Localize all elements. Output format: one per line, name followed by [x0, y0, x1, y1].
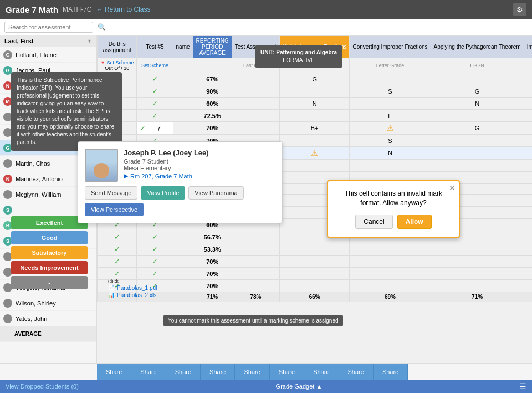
return-to-class-link[interactable]: ← Return to Class: [96, 6, 150, 13]
cell[interactable]: N: [350, 147, 431, 160]
cell[interactable]: [524, 98, 532, 110]
cell[interactable]: [431, 160, 524, 172]
student-row[interactable]: G Holland, Elaine: [0, 47, 96, 63]
view-panorama-button[interactable]: View Panorama: [188, 186, 243, 200]
cell[interactable]: [431, 256, 524, 268]
allow-button[interactable]: Allow: [397, 215, 432, 229]
cell[interactable]: [524, 243, 532, 256]
cell[interactable]: [232, 231, 279, 243]
grade-gadget-title[interactable]: Grade Gadget ▲: [276, 383, 323, 390]
cell-score-input[interactable]: [137, 122, 173, 135]
view-profile-button[interactable]: View Profile: [141, 186, 185, 200]
cell[interactable]: [137, 231, 173, 243]
cell[interactable]: [279, 135, 350, 147]
cell[interactable]: [173, 243, 193, 256]
cell[interactable]: [350, 98, 431, 110]
cell[interactable]: E: [350, 110, 431, 122]
cell[interactable]: [173, 122, 193, 135]
cell[interactable]: [350, 73, 431, 85]
cell[interactable]: [279, 160, 350, 172]
cell[interactable]: B+: [279, 122, 350, 135]
cell[interactable]: [232, 110, 279, 122]
cell[interactable]: [137, 243, 173, 256]
cell[interactable]: [524, 207, 532, 219]
cell[interactable]: [232, 73, 279, 85]
cell[interactable]: [173, 268, 193, 280]
cell[interactable]: [173, 110, 193, 122]
student-row[interactable]: Wilson, Shirley: [0, 295, 96, 311]
gear-button[interactable]: ⚙: [513, 3, 526, 16]
cell[interactable]: [350, 243, 431, 256]
cell[interactable]: [279, 256, 350, 268]
cell[interactable]: [98, 243, 137, 256]
cell[interactable]: [431, 280, 524, 292]
cell[interactable]: [524, 147, 532, 160]
cell[interactable]: [173, 98, 193, 110]
cell[interactable]: [524, 160, 532, 172]
cell[interactable]: [350, 268, 431, 280]
cell[interactable]: [524, 268, 532, 280]
cell[interactable]: [431, 135, 524, 147]
cell-warn2[interactable]: ⚠: [279, 147, 350, 160]
cell[interactable]: [137, 85, 173, 98]
cell[interactable]: [431, 73, 524, 85]
cell[interactable]: [98, 256, 137, 268]
cell[interactable]: [431, 110, 524, 122]
cell[interactable]: G: [279, 73, 350, 85]
cell[interactable]: [232, 268, 279, 280]
cell[interactable]: [173, 73, 193, 85]
cell[interactable]: [524, 231, 532, 243]
cell[interactable]: [279, 85, 350, 98]
cell[interactable]: [232, 122, 279, 135]
share-button-1[interactable]: Share: [97, 364, 131, 380]
cell[interactable]: [173, 256, 193, 268]
cancel-button[interactable]: Cancel: [355, 215, 392, 229]
set-scheme-link[interactable]: Set Scheme: [106, 60, 134, 65]
cell[interactable]: S: [350, 85, 431, 98]
cell[interactable]: [524, 85, 532, 98]
spi-dash-button[interactable]: -: [11, 276, 88, 289]
cell[interactable]: [350, 280, 431, 292]
spi-good-button[interactable]: Good: [11, 231, 88, 244]
attachment-parabolas1[interactable]: 📄 Parabolas_1.pdf: [108, 285, 157, 291]
cell[interactable]: S: [350, 135, 431, 147]
cell-warn[interactable]: ⚠: [350, 122, 431, 135]
cell[interactable]: [524, 184, 532, 195]
view-dropped-link[interactable]: View Dropped Students (0): [6, 383, 79, 390]
search-input[interactable]: [4, 22, 93, 33]
cell[interactable]: N: [431, 98, 524, 110]
cell[interactable]: [431, 268, 524, 280]
cell[interactable]: [98, 231, 137, 243]
share-button-3[interactable]: Share: [166, 364, 201, 380]
cell[interactable]: [431, 147, 524, 160]
cell[interactable]: [137, 110, 173, 122]
cell[interactable]: [137, 98, 173, 110]
cell[interactable]: [524, 110, 532, 122]
share-button-4[interactable]: Share: [201, 364, 235, 380]
cell[interactable]: [524, 73, 532, 85]
cell[interactable]: G: [431, 85, 524, 98]
share-button-9[interactable]: Share: [374, 364, 408, 380]
share-button-8[interactable]: Share: [339, 364, 374, 380]
cell[interactable]: [431, 243, 524, 256]
cell[interactable]: [137, 256, 173, 268]
cell[interactable]: [524, 135, 532, 147]
cell[interactable]: [279, 110, 350, 122]
share-button-7[interactable]: Share: [304, 364, 339, 380]
cell[interactable]: [524, 280, 532, 292]
spi-satisfactory-button[interactable]: Satisfactory: [11, 246, 88, 259]
cell[interactable]: [232, 280, 279, 292]
set-scheme-link[interactable]: Set Scheme: [141, 63, 168, 68]
spi-needs-improvement-button[interactable]: Needs Improvement: [11, 261, 88, 274]
cell[interactable]: [350, 160, 431, 172]
dialog-close-button[interactable]: ✕: [449, 183, 456, 192]
cell[interactable]: [173, 280, 193, 292]
sidebar-sort-header[interactable]: Last, First ▼: [0, 35, 96, 47]
cell[interactable]: [173, 85, 193, 98]
cell[interactable]: [232, 85, 279, 98]
score-input[interactable]: [148, 125, 170, 132]
menu-icon[interactable]: ☰: [519, 382, 526, 391]
view-perspective-button[interactable]: View Perspective: [85, 203, 144, 216]
cell[interactable]: [279, 268, 350, 280]
search-icon[interactable]: 🔍: [98, 23, 106, 31]
